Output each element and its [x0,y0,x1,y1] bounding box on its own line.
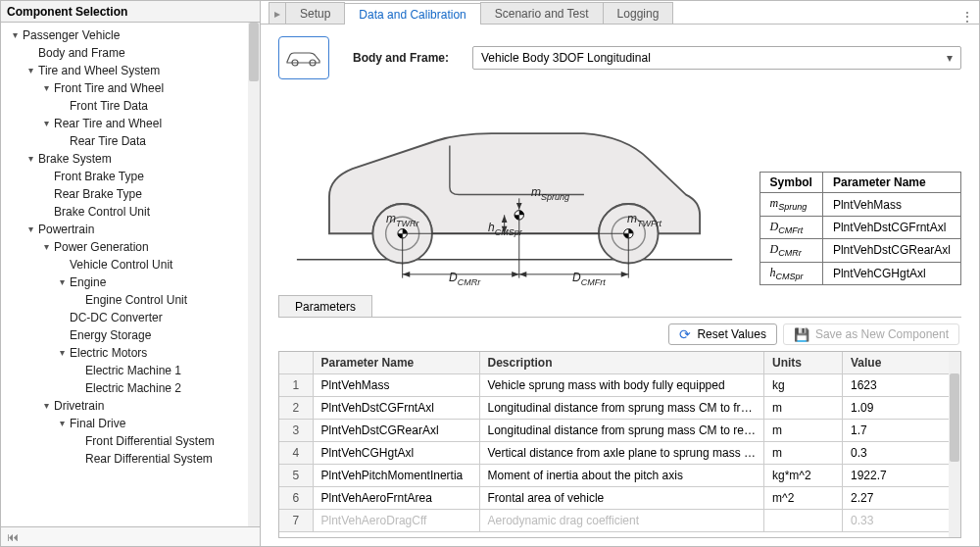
tree-item[interactable]: ▾Powertrain [1,221,248,238]
tab-logging[interactable]: Logging [603,2,674,24]
tree-item[interactable]: Rear Tire Data [1,132,248,150]
value-cell[interactable]: 2.27 [843,487,960,510]
sidebar-footer: ⏮ [1,526,260,546]
paramname-cell[interactable]: PlntVehDstCGFrntAxl [313,397,479,420]
tree-item[interactable]: Rear Brake Type [1,185,248,203]
tree-item[interactable]: ▾Brake System [1,150,248,168]
tab-data-and-calibration[interactable]: Data and Calibration [344,3,480,25]
tree-item[interactable]: ▾Engine [1,274,248,291]
tree-scrollbar[interactable] [248,23,260,526]
units-cell[interactable] [764,510,843,532]
value-cell[interactable]: 1922.7 [843,465,960,487]
table-row[interactable]: 6PlntVehAeroFrntAreaFrontal area of vehi… [279,487,960,510]
collapse-icon[interactable]: ⏮ [7,530,19,544]
units-cell[interactable]: m [764,442,843,465]
svg-marker-16 [512,272,519,277]
tree-item[interactable]: Front Differential System [1,432,248,450]
tree-twisty-icon[interactable]: ▾ [40,118,52,129]
reset-values-button[interactable]: ⟳ Reset Values [668,323,776,345]
tree-item[interactable]: Electric Machine 2 [1,379,248,397]
value-cell[interactable]: 0.3 [843,442,960,465]
tree-item-label: Rear Brake Type [54,185,142,203]
tree-item[interactable]: Energy Storage [1,326,248,344]
value-cell[interactable]: 1623 [843,374,960,397]
tree-spacer [56,312,68,323]
tab-parameters[interactable]: Parameters [278,295,372,317]
tree-item[interactable]: Front Brake Type [1,168,248,185]
tree-item[interactable]: ▾Electric Motors [1,344,248,362]
description-cell[interactable]: Longitudinal distance from sprung mass C… [479,420,764,442]
tab-scenario-and-test[interactable]: Scenario and Test [480,2,604,24]
paramname-cell[interactable]: PlntVehMass [313,374,479,397]
tab-collapsed-handle[interactable]: ▸ [269,2,286,24]
tree-twisty-icon[interactable]: ▾ [9,29,21,41]
tree-item[interactable]: ▾Final Drive [1,415,248,432]
save-as-new-component-button[interactable]: 💾 Save as New Component [783,323,959,345]
description-cell[interactable]: Vehicle sprung mass with body fully equi… [479,374,764,397]
tree-item[interactable]: Engine Control Unit [1,291,248,309]
units-cell[interactable]: m [764,420,843,442]
tree-twisty-icon[interactable]: ▾ [24,65,36,76]
tree-item[interactable]: Vehicle Control Unit [1,256,248,274]
description-cell[interactable]: Frontal area of vehicle [479,487,764,510]
table-row[interactable]: 2PlntVehDstCGFrntAxlLongitudinal distanc… [279,397,960,420]
table-row[interactable]: 4PlntVehCGHgtAxlVertical distance from a… [279,442,960,465]
tree-item[interactable]: ▾Passenger Vehicle [1,26,248,44]
paramname-cell[interactable]: PlntVehAeroFrntArea [313,487,479,510]
tree-item[interactable]: Brake Control Unit [1,203,248,221]
tree-item[interactable]: ▾Tire and Wheel System [1,62,248,79]
col-parameter-name[interactable]: Parameter Name [313,352,479,374]
table-row[interactable]: 3PlntVehDstCGRearAxlLongitudinal distanc… [279,420,960,442]
value-cell[interactable]: 1.7 [843,420,960,442]
description-cell[interactable]: Aerodynamic drag coefficient [479,510,764,532]
tab-setup[interactable]: Setup [285,2,345,24]
tree-item[interactable]: ▾Drivetrain [1,397,248,415]
tree-item[interactable]: Front Tire Data [1,97,248,115]
tree-twisty-icon[interactable]: ▾ [40,241,52,253]
tree-item[interactable]: ▾Power Generation [1,238,248,256]
vehicle-icon-box[interactable] [278,36,329,79]
value-cell[interactable]: 0.33 [843,510,960,532]
grid-scrollbar-thumb[interactable] [950,373,959,462]
tree-item[interactable]: Rear Differential System [1,450,248,468]
col-description[interactable]: Description [479,352,764,374]
units-cell[interactable]: m^2 [764,487,843,510]
paramname-cell[interactable]: PlntVehDstCGRearAxl [313,420,479,442]
col-value[interactable]: Value [843,352,960,374]
legend-symbol: mSprung [760,193,822,216]
tree-item[interactable]: Electric Machine 1 [1,362,248,379]
component-tree[interactable]: ▾Passenger VehicleBody and Frame▾Tire an… [1,23,248,526]
tree-twisty-icon[interactable]: ▾ [56,276,68,288]
tree-twisty-icon[interactable]: ▾ [56,418,68,429]
col-rownum[interactable] [279,352,313,374]
tree-item[interactable]: ▾Rear Tire and Wheel [1,115,248,132]
value-cell[interactable]: 1.09 [843,397,960,420]
description-cell[interactable]: Moment of inertia about the pitch axis [479,465,764,487]
grid-scrollbar[interactable] [949,352,960,537]
body-and-frame-label: Body and Frame: [353,51,449,65]
tree-twisty-icon[interactable]: ▾ [40,82,52,94]
units-cell[interactable]: kg*m^2 [764,465,843,487]
body-variant-dropdown[interactable]: Vehicle Body 3DOF Longitudinal ▾ [472,46,961,70]
table-row[interactable]: 1PlntVehMassVehicle sprung mass with bod… [279,374,960,397]
units-cell[interactable]: kg [764,374,843,397]
tree-item[interactable]: DC-DC Converter [1,309,248,326]
tree-item[interactable]: Body and Frame [1,44,248,62]
paramname-cell[interactable]: PlntVehPitchMomentInertia [313,465,479,487]
paramname-cell[interactable]: PlntVehCGHgtAxl [313,442,479,465]
tabs-overflow-menu[interactable]: ⋮ [956,10,979,24]
col-units[interactable]: Units [764,352,843,374]
tree-twisty-icon[interactable]: ▾ [56,347,68,359]
table-row[interactable]: 5PlntVehPitchMomentInertiaMoment of iner… [279,465,960,487]
parameters-grid[interactable]: Parameter Name Description Units Value 1… [279,352,960,532]
paramname-cell[interactable]: PlntVehAeroDragCff [313,510,479,532]
description-cell[interactable]: Vertical distance from axle plane to spr… [479,442,764,465]
tree-twisty-icon[interactable]: ▾ [24,224,36,235]
units-cell[interactable]: m [764,397,843,420]
description-cell[interactable]: Longitudinal distance from sprung mass C… [479,397,764,420]
tree-item[interactable]: ▾Front Tire and Wheel [1,79,248,97]
tree-twisty-icon[interactable]: ▾ [24,153,36,165]
tree-twisty-icon[interactable]: ▾ [40,400,52,412]
table-row[interactable]: 7PlntVehAeroDragCffAerodynamic drag coef… [279,510,960,532]
tree-scrollbar-thumb[interactable] [249,23,259,81]
